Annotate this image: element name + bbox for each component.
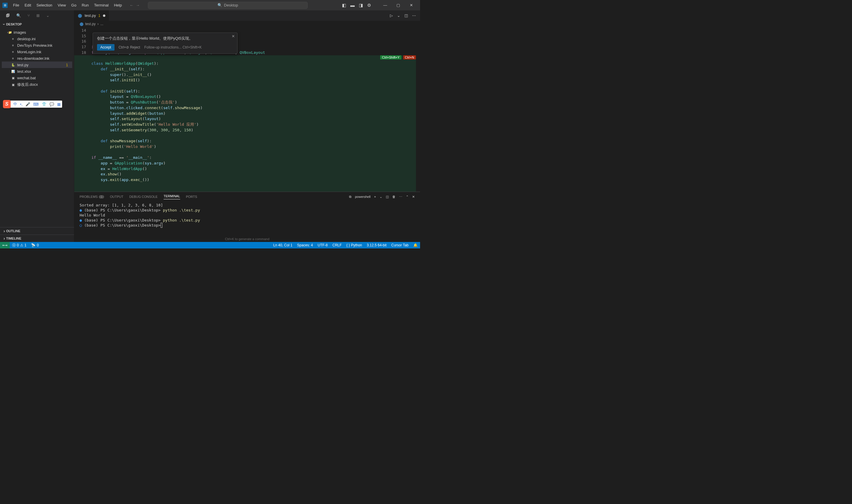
warning-count: 1 <box>24 243 26 247</box>
remote-indicator[interactable]: ⟷ <box>0 242 10 249</box>
errors-warnings[interactable]: ⓧ 0 ⚠ 1 <box>10 243 29 248</box>
nav-back-icon[interactable]: ← <box>130 3 133 7</box>
command-center[interactable]: 🔍 Desktop <box>148 2 308 9</box>
search-side-icon[interactable]: 🔍 <box>16 13 21 18</box>
extensions-icon[interactable]: ⊞ <box>36 13 40 18</box>
hint-reject[interactable]: Ctrl+N <box>403 55 416 59</box>
shell-name[interactable]: powershell <box>355 195 371 198</box>
ime-toolbar[interactable]: S 中 •, 🎤 ⌨ 👕 💬 ▦ <box>3 101 62 108</box>
split-icon[interactable]: ◫ <box>404 13 408 18</box>
file-item[interactable]: ▣wechat.bat <box>2 74 72 81</box>
ime-punct[interactable]: •, <box>19 102 24 107</box>
close-icon[interactable]: ✕ <box>232 34 235 38</box>
file-item[interactable]: ≡res-downloader.lnk <box>2 55 72 61</box>
language-mode[interactable]: { } Python <box>344 243 364 247</box>
tab-test-py[interactable]: ⬤ test.py 1 <box>74 10 109 21</box>
ports-forward[interactable]: 📡 0 <box>29 243 41 247</box>
chevron-icon <box>3 22 5 26</box>
split-terminal-icon[interactable]: ◫ <box>386 195 389 199</box>
run-icon[interactable]: ▷ <box>390 13 393 18</box>
menu-help[interactable]: Help <box>111 2 124 8</box>
breadcrumb-file: test.py <box>85 22 95 26</box>
terminal-content[interactable]: Sorted array: [1, 1, 2, 3, 6, 8, 10]● (b… <box>74 201 420 237</box>
terminal-hint: Ctrl+K to generate a command <box>74 237 420 242</box>
accept-button[interactable]: Accept <box>97 44 114 51</box>
ime-grid-icon[interactable]: ▦ <box>56 102 62 107</box>
menu-terminal[interactable]: Terminal <box>92 2 111 8</box>
interpreter[interactable]: 3.12.5 64-bit <box>364 243 389 247</box>
indent[interactable]: Spaces: 4 <box>295 243 315 247</box>
file-name: res-downloader.lnk <box>17 56 49 61</box>
code-editor[interactable]: 1415161718192021222324252627282930313233… <box>74 27 420 192</box>
ime-lang[interactable]: 中 <box>12 102 19 107</box>
menu-go[interactable]: Go <box>69 2 79 8</box>
chevron-down-icon[interactable]: ⌄ <box>397 13 400 18</box>
close-icon[interactable]: ✕ <box>405 0 418 10</box>
menu-edit[interactable]: Edit <box>22 2 33 8</box>
tab-problems[interactable]: PROBLEMS1 <box>79 195 104 198</box>
layout-side-icon[interactable]: ◧ <box>342 3 346 8</box>
cursor-position[interactable]: Ln 40, Col 1 <box>271 243 295 247</box>
tabs-bar: ⬤ test.py 1 ▷ ⌄ ◫ ⋯ <box>74 10 420 21</box>
explorer-icon[interactable]: 🗐 <box>6 13 10 18</box>
timeline-section[interactable]: TIMELINE <box>0 235 74 242</box>
new-terminal-icon[interactable]: + <box>374 195 376 198</box>
source-control-icon[interactable]: ⑂ <box>28 13 30 18</box>
bell-icon[interactable]: 🔔 <box>411 243 420 247</box>
reject-hint[interactable]: Ctrl+⊘ Reject <box>119 45 140 49</box>
file-item[interactable]: ▣修改后.docx <box>2 81 72 88</box>
tab-output[interactable]: OUTPUT <box>110 195 123 198</box>
problems-label: PROBLEMS <box>79 195 97 198</box>
menu-run[interactable]: Run <box>79 2 91 8</box>
more-icon[interactable]: ⋯ <box>412 13 416 18</box>
close-panel-icon[interactable]: ✕ <box>412 195 415 199</box>
file-icon: ≡ <box>11 43 15 48</box>
statusbar: ⟷ ⓧ 0 ⚠ 1 📡 0 Ln 40, Col 1 Spaces: 4 UTF… <box>0 242 420 249</box>
gear-icon[interactable]: ⚙ <box>367 3 371 8</box>
nav-forward-icon[interactable]: → <box>136 3 140 7</box>
file-item[interactable]: 📊test.xlsx <box>2 68 72 74</box>
file-item[interactable]: ≡MoreLogin.lnk <box>2 49 72 55</box>
file-item[interactable]: ≡desktop.ini <box>2 36 72 42</box>
ime-skin-icon[interactable]: 👕 <box>40 102 48 107</box>
sidebar: 🗐 🔍 ⑂ ⊞ ⌄ DESKTOP ›📁images≡desktop.ini≡D… <box>0 10 74 242</box>
eol[interactable]: CRLF <box>330 243 344 247</box>
more-icon[interactable]: ⋯ <box>399 195 402 199</box>
menu-view[interactable]: View <box>55 2 68 8</box>
titlebar: ⊞ File Edit Selection View Go Run Termin… <box>0 0 420 10</box>
file-name: test.xlsx <box>17 69 31 74</box>
python-icon: ⬤ <box>79 22 84 26</box>
timeline-label: TIMELINE <box>6 237 21 240</box>
section-desktop[interactable]: DESKTOP <box>0 21 74 28</box>
tab-ports[interactable]: PORTS <box>186 195 197 198</box>
terminal-panel: PROBLEMS1 OUTPUT DEBUG CONSOLE TERMINAL … <box>74 192 420 242</box>
ime-chat-icon[interactable]: 💬 <box>48 102 56 107</box>
file-item[interactable]: 🐍test.py1 <box>2 61 72 68</box>
layout-bottom-icon[interactable]: ▬ <box>350 3 355 8</box>
cursor-tab[interactable]: Cursor Tab <box>389 243 411 247</box>
chevron-up-icon[interactable]: ⌃ <box>406 195 409 199</box>
ime-keyboard-icon[interactable]: ⌨ <box>32 102 40 107</box>
layout-right-icon[interactable]: ◨ <box>359 3 363 8</box>
file-item[interactable]: ›📁images <box>2 29 72 36</box>
menu-selection[interactable]: Selection <box>34 2 54 8</box>
main: 🗐 🔍 ⑂ ⊞ ⌄ DESKTOP ›📁images≡desktop.ini≡D… <box>0 10 420 242</box>
chevron-down-icon[interactable]: ⌄ <box>46 13 49 18</box>
tab-terminal[interactable]: TERMINAL <box>164 194 180 199</box>
ime-voice-icon[interactable]: 🎤 <box>24 102 32 107</box>
file-item[interactable]: ≡DevToys Preview.lnk <box>2 42 72 49</box>
breadcrumb[interactable]: ⬤ test.py › ... <box>74 21 420 27</box>
minimize-icon[interactable]: — <box>379 0 392 10</box>
outline-section[interactable]: OUTLINE <box>0 227 74 235</box>
trash-icon[interactable]: 🗑 <box>392 195 396 198</box>
chevron-down-icon[interactable]: ⌄ <box>380 195 382 199</box>
tab-debug-console[interactable]: DEBUG CONSOLE <box>129 195 158 198</box>
section-title: DESKTOP <box>6 22 22 26</box>
modified-dot-icon <box>103 15 105 17</box>
menu-bar: File Edit Selection View Go Run Terminal… <box>11 2 124 8</box>
terminal-shell-icon[interactable]: ⧉ <box>349 195 351 199</box>
menu-file[interactable]: File <box>11 2 22 8</box>
encoding[interactable]: UTF-8 <box>315 243 330 247</box>
hint-accept[interactable]: Ctrl+Shift+Y <box>380 55 401 59</box>
maximize-icon[interactable]: ▢ <box>392 0 405 10</box>
